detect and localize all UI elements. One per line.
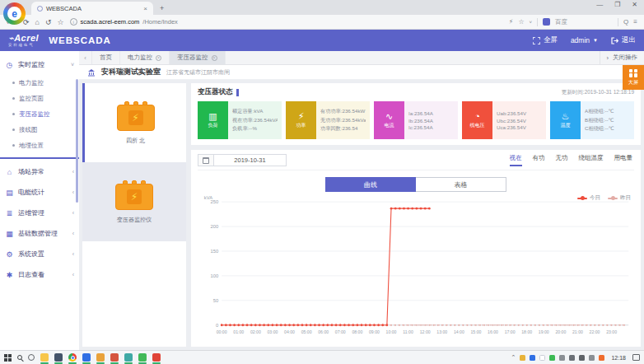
chrome-icon[interactable] xyxy=(68,353,77,362)
browser-logo-icon: e xyxy=(3,2,26,25)
volume-icon[interactable] xyxy=(559,355,565,361)
bluetooth-icon[interactable] xyxy=(530,355,535,361)
legend-item-1[interactable]: 昨日 xyxy=(608,194,631,202)
big-screen-button[interactable]: 大屏 xyxy=(623,65,644,90)
status-value: 无功功率:236.54kVar xyxy=(320,117,366,124)
flash-plugin-icon[interactable]: ⚡ xyxy=(509,18,514,26)
app-chart-icon[interactable] xyxy=(96,353,105,362)
display-app-icon[interactable] xyxy=(54,353,63,362)
log-view-icon: ✱ xyxy=(5,271,14,279)
display-tray-icon[interactable] xyxy=(589,355,595,361)
tabs-scroll-left-icon[interactable]: ‹ xyxy=(79,51,92,64)
page-tab-0[interactable]: 首页 xyxy=(92,51,120,64)
sidebar-item-2[interactable]: ▤电能统计‹ xyxy=(0,182,79,203)
start-button[interactable] xyxy=(4,354,12,362)
page-tab-1[interactable]: 电力监控× xyxy=(120,51,170,64)
metric-tab-1[interactable]: 有功 xyxy=(533,154,545,166)
ime-icon[interactable] xyxy=(569,355,575,361)
taskbar-search-icon[interactable] xyxy=(17,355,22,360)
view-toggle-1[interactable]: 表格 xyxy=(416,177,506,192)
windows-taskbar: ⌃12:18 xyxy=(0,350,644,364)
tab-close-icon[interactable]: × xyxy=(212,55,217,61)
window-maximize-button[interactable]: ❐ xyxy=(614,1,620,8)
window-close-button[interactable]: ✕ xyxy=(632,1,637,8)
sidebar-subitem-0-2[interactable]: 变压器监控 xyxy=(0,106,79,122)
logout-button[interactable]: 退出 xyxy=(611,35,636,45)
site-info-icon[interactable]: i xyxy=(70,18,77,26)
metric-tab-0[interactable]: 视在 xyxy=(510,154,522,166)
date-input[interactable]: 2019-10-31 xyxy=(214,154,287,166)
file-explorer-icon[interactable] xyxy=(40,353,49,362)
favorite-star-icon[interactable]: ☆ xyxy=(518,18,524,26)
app-teal-icon[interactable] xyxy=(124,353,133,362)
bullet-icon xyxy=(12,82,15,84)
app-blue-icon[interactable] xyxy=(82,353,91,362)
defender-shield-icon[interactable] xyxy=(520,355,525,361)
window-minimize-button[interactable]: — xyxy=(596,1,603,8)
svg-text:20:00: 20:00 xyxy=(555,329,566,334)
svg-text:13:00: 13:00 xyxy=(436,329,447,334)
action-center-icon[interactable] xyxy=(632,354,640,361)
sidebar-item-0[interactable]: ◷实时监控˅ xyxy=(0,54,79,75)
page-tab-2[interactable]: 变压器监控× xyxy=(170,51,226,64)
app-green-icon[interactable] xyxy=(138,353,147,362)
status-card-values: Uab:236.54VUbc:236.54VUca:236.54V xyxy=(492,101,546,139)
address-bar[interactable]: i scada.acrel-eem.com/Home/Index xyxy=(70,18,503,26)
app-photos-icon[interactable] xyxy=(110,353,119,362)
wechat-icon[interactable] xyxy=(549,355,555,361)
notes-icon[interactable] xyxy=(539,355,545,361)
dropdown-chevron-icon[interactable]: ˅ xyxy=(530,20,533,25)
cortana-icon[interactable] xyxy=(28,354,35,361)
search-engine-label[interactable]: 百度 xyxy=(555,18,613,26)
taskbar-clock[interactable]: 12:18 xyxy=(611,355,626,361)
svg-text:02:00: 02:00 xyxy=(250,329,261,334)
tab-close-icon[interactable]: × xyxy=(156,55,161,61)
fullscreen-button[interactable]: 全屏 xyxy=(533,35,558,45)
sidebar-item-1[interactable]: ⌂场站异常‹ xyxy=(0,161,79,182)
legend-item-0[interactable]: 今日 xyxy=(577,194,600,202)
svg-text:0: 0 xyxy=(216,323,219,328)
sidebar-item-label: 基础数据管理 xyxy=(18,229,58,238)
svg-text:16:00: 16:00 xyxy=(488,329,498,334)
sidebar-item-3[interactable]: ≣运维管理‹ xyxy=(0,203,79,223)
sidebar-subitem-0-3[interactable]: 接线图 xyxy=(0,122,79,138)
sidebar-subitem-0-1[interactable]: 监控页面 xyxy=(0,91,79,106)
calendar-button[interactable] xyxy=(198,154,214,166)
new-tab-button[interactable]: + xyxy=(160,4,164,12)
sidebar-subitem-0-4[interactable]: 地理位置 xyxy=(0,138,79,153)
history-icon[interactable]: ↺ xyxy=(45,18,52,26)
sidebar-subitem-label: 监控页面 xyxy=(19,95,44,103)
sidebar-item-6[interactable]: ✱日志查看‹ xyxy=(0,264,79,285)
menu-icon[interactable]: ≡ xyxy=(633,18,637,26)
metric-tab-2[interactable]: 无功 xyxy=(556,154,568,166)
home-icon[interactable]: ⌂ xyxy=(35,18,40,26)
station-name: 安科瑞测试实验室 xyxy=(101,67,161,77)
sidebar-scrollbar[interactable] xyxy=(76,79,78,203)
sidebar-subitem-0-0[interactable]: 电力监控 xyxy=(0,75,79,91)
svg-text:09:00: 09:00 xyxy=(369,329,380,334)
search-icon[interactable]: Q xyxy=(623,18,628,26)
browser-tab[interactable]: WEBSCADA × xyxy=(31,2,153,15)
search-engine-icon[interactable] xyxy=(543,18,550,26)
usb-icon[interactable] xyxy=(579,355,585,361)
metric-tab-3[interactable]: 绕组温度 xyxy=(579,154,604,166)
metric-tab-4[interactable]: 用电量 xyxy=(614,154,633,166)
bullet-icon xyxy=(12,144,15,147)
user-menu[interactable]: admin▼ xyxy=(571,36,598,44)
device-card-0[interactable]: ⚡四所 北 xyxy=(82,83,186,162)
view-toggle-0[interactable]: 曲线 xyxy=(325,177,416,192)
close-operations-button[interactable]: › 关闭操作 xyxy=(600,51,644,64)
recorder-icon[interactable] xyxy=(599,355,604,361)
status-card-1: ⚡功率有功功率:236.54kW无功功率:236.54kVar功率因数:236.… xyxy=(286,101,370,139)
logout-icon xyxy=(611,37,618,44)
sidebar-item-5[interactable]: ⚙系统设置‹ xyxy=(0,244,79,264)
device-card-1[interactable]: ⚡变压器监控仪 xyxy=(82,162,186,241)
tray-expand-icon[interactable]: ⌃ xyxy=(511,354,516,361)
bookmark-star-icon[interactable]: ☆ xyxy=(58,18,64,26)
content-area: ⚡四所 北⚡变压器监控仪 变压器状态 更新时间:2019-10-31 12:18… xyxy=(79,80,644,350)
url-path: /Home/Index xyxy=(142,18,178,26)
tab-close-icon[interactable]: × xyxy=(143,5,147,12)
sidebar-item-4[interactable]: ▦基础数据管理‹ xyxy=(0,223,79,244)
app-red-icon[interactable] xyxy=(152,353,161,362)
status-card-values: A相绕组:--℃B相绕组:--℃C相绕组:--℃ xyxy=(581,101,634,139)
